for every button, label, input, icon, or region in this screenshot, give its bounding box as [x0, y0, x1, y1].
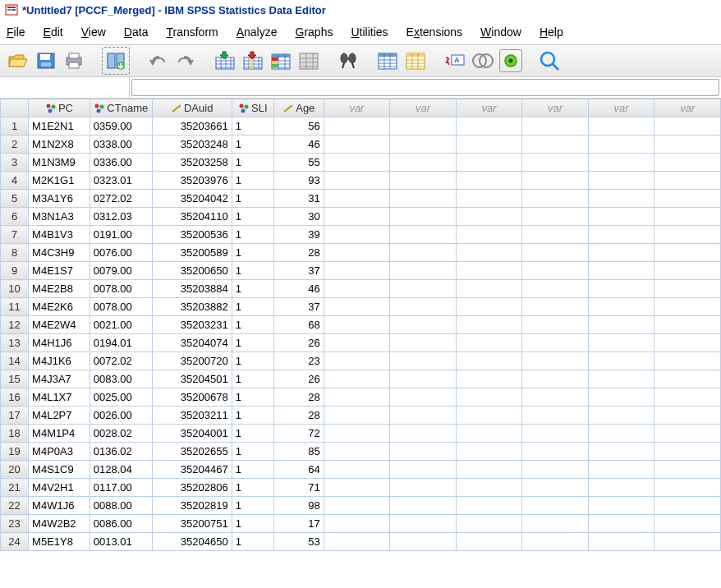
cell-empty[interactable]	[456, 136, 522, 154]
cell-age[interactable]: 17	[273, 515, 324, 533]
cell-sli[interactable]: 1	[232, 515, 273, 533]
cell-empty[interactable]	[522, 298, 589, 316]
cell-age[interactable]: 46	[273, 280, 324, 298]
save-button[interactable]	[34, 49, 57, 72]
cell-ctname[interactable]: 0086.00	[90, 515, 152, 533]
cell-dauid[interactable]: 35200650	[152, 262, 232, 280]
cell-empty[interactable]	[654, 461, 721, 479]
row-number[interactable]: 22	[1, 497, 29, 515]
cell-empty[interactable]	[654, 443, 721, 461]
cell-ctname[interactable]: 0323.01	[90, 172, 152, 190]
run-descriptives-button[interactable]	[297, 49, 320, 72]
cell-empty[interactable]	[390, 117, 457, 136]
cell-pc[interactable]: M4E1S7	[29, 262, 90, 280]
cell-sli[interactable]: 1	[232, 262, 273, 280]
cell-empty[interactable]	[390, 515, 457, 533]
cell-pc[interactable]: M4L1X7	[29, 388, 90, 407]
cell-dauid[interactable]: 35203231	[152, 316, 232, 334]
cell-age[interactable]: 64	[273, 461, 324, 479]
cell-empty[interactable]	[522, 443, 589, 461]
cell-empty[interactable]	[588, 262, 654, 280]
cell-sli[interactable]: 1	[232, 370, 273, 388]
menu-extensions[interactable]: Extensions	[406, 25, 463, 39]
cell-empty[interactable]	[390, 533, 457, 551]
cell-empty[interactable]	[522, 515, 589, 533]
cell-empty[interactable]	[654, 136, 721, 154]
weight-cases-button[interactable]	[404, 49, 427, 72]
cell-age[interactable]: 53	[273, 533, 324, 551]
cell-empty[interactable]	[456, 172, 522, 190]
cell-empty[interactable]	[654, 190, 721, 208]
cell-name-box[interactable]	[0, 77, 130, 98]
cell-ctname[interactable]: 0128.04	[90, 461, 152, 479]
cell-empty[interactable]	[522, 262, 589, 280]
cell-ctname[interactable]: 0136.02	[90, 443, 152, 461]
cell-age[interactable]: 26	[273, 334, 324, 352]
cell-empty[interactable]	[522, 497, 589, 515]
cell-empty[interactable]	[456, 226, 522, 244]
row-number[interactable]: 18	[1, 425, 29, 443]
row-number[interactable]: 19	[1, 443, 29, 461]
cell-age[interactable]: 85	[273, 443, 324, 461]
row-number[interactable]: 15	[1, 370, 29, 388]
cell-ctname[interactable]: 0013.01	[90, 533, 152, 551]
cell-ctname[interactable]: 0078.00	[90, 298, 152, 316]
cell-empty[interactable]	[390, 425, 457, 443]
cell-ctname[interactable]: 0194.01	[90, 334, 152, 352]
cell-age[interactable]: 28	[273, 407, 324, 425]
cell-empty[interactable]	[324, 154, 390, 172]
menu-transform[interactable]: Transform	[166, 25, 218, 39]
menu-window[interactable]: Window	[480, 25, 521, 39]
cell-empty[interactable]	[654, 226, 721, 244]
menu-file[interactable]: File	[7, 25, 25, 39]
cell-empty[interactable]	[654, 334, 721, 352]
cell-empty[interactable]	[588, 298, 654, 316]
cell-empty[interactable]	[324, 244, 390, 262]
cell-empty[interactable]	[588, 172, 654, 190]
cell-dauid[interactable]: 35203884	[152, 280, 232, 298]
cell-dauid[interactable]: 35204110	[152, 208, 232, 226]
menu-edit[interactable]: Edit	[44, 25, 63, 39]
cell-empty[interactable]	[522, 244, 589, 262]
cell-pc[interactable]: M4H1J6	[29, 334, 90, 352]
cell-sli[interactable]: 1	[232, 172, 273, 190]
cell-empty[interactable]	[456, 208, 522, 226]
cell-empty[interactable]	[588, 334, 654, 352]
cell-dauid[interactable]: 35203248	[152, 136, 232, 154]
cell-ctname[interactable]: 0117.00	[90, 479, 152, 497]
row-number[interactable]: 3	[1, 154, 29, 172]
cell-empty[interactable]	[456, 117, 522, 136]
cell-sli[interactable]: 1	[232, 479, 273, 497]
cell-empty[interactable]	[324, 407, 390, 425]
cell-empty[interactable]	[456, 334, 522, 352]
row-number[interactable]: 10	[1, 280, 29, 298]
col-var[interactable]: var	[654, 99, 721, 117]
col-age[interactable]: Age	[273, 99, 324, 117]
cell-empty[interactable]	[522, 136, 589, 154]
cell-empty[interactable]	[588, 280, 654, 298]
cell-empty[interactable]	[654, 388, 721, 407]
cell-empty[interactable]	[654, 533, 721, 551]
cell-empty[interactable]	[654, 370, 721, 388]
cell-dauid[interactable]: 35202806	[152, 479, 232, 497]
cell-ctname[interactable]: 0083.00	[90, 370, 152, 388]
cell-empty[interactable]	[588, 479, 654, 497]
cell-empty[interactable]	[390, 334, 457, 352]
cell-empty[interactable]	[324, 190, 390, 208]
cell-empty[interactable]	[654, 172, 721, 190]
cell-ctname[interactable]: 0021.00	[90, 316, 152, 334]
cell-pc[interactable]: M4V2H1	[29, 479, 90, 497]
cell-empty[interactable]	[390, 407, 457, 425]
cell-empty[interactable]	[654, 280, 721, 298]
cell-age[interactable]: 93	[273, 172, 324, 190]
cell-age[interactable]: 23	[273, 352, 324, 370]
row-number[interactable]: 23	[1, 515, 29, 533]
cell-empty[interactable]	[654, 352, 721, 370]
cell-empty[interactable]	[522, 425, 589, 443]
cell-pc[interactable]: M4J3A7	[29, 370, 90, 388]
cell-empty[interactable]	[654, 244, 721, 262]
cell-empty[interactable]	[456, 479, 522, 497]
cell-empty[interactable]	[390, 172, 457, 190]
col-var[interactable]: var	[390, 99, 457, 117]
row-number[interactable]: 5	[1, 190, 29, 208]
